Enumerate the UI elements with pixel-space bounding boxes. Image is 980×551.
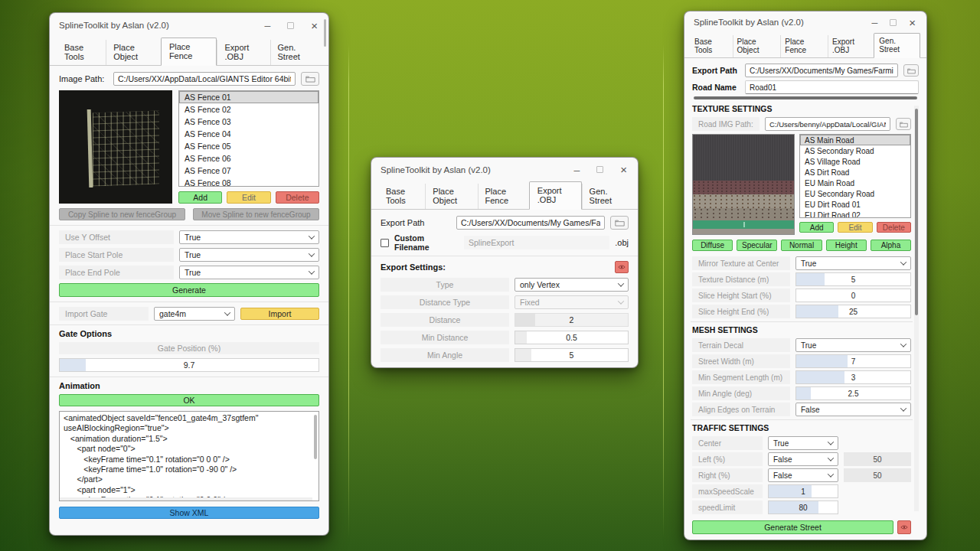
tab[interactable]: Gen. Street	[270, 40, 321, 65]
fence-list-item[interactable]: AS Fence 01	[179, 91, 318, 103]
export-path-input[interactable]	[456, 216, 605, 230]
fence-list-scrollbar[interactable]	[324, 19, 326, 47]
street-width-field[interactable]: 7	[795, 354, 911, 368]
use-y-offset-dropdown[interactable]: True	[179, 230, 319, 244]
left-percent-value-field[interactable]: 50	[844, 452, 911, 466]
alpha-map-button[interactable]: Alpha	[871, 240, 911, 251]
road-list-item[interactable]: AS Dirt Road	[800, 167, 910, 178]
tab[interactable]: Place Object	[425, 184, 477, 209]
road-list-item[interactable]: EU Dirt Road 02	[800, 210, 910, 218]
tab[interactable]: Place Object	[733, 35, 781, 57]
minimize-button[interactable]: –	[871, 17, 877, 28]
minimize-button[interactable]: –	[264, 20, 270, 31]
generate-street-button[interactable]: Generate Street	[692, 520, 893, 534]
type-dropdown[interactable]: only Vertex	[514, 278, 629, 292]
road-list-item[interactable]: AS Secondary Road	[800, 145, 910, 156]
maximize-button[interactable]	[596, 165, 603, 174]
road-name-input[interactable]	[745, 80, 919, 94]
normal-map-button[interactable]: Normal	[781, 240, 822, 251]
road-img-path-input[interactable]	[765, 117, 890, 131]
diffuse-map-button[interactable]: Diffuse	[692, 240, 733, 251]
add-fence-button[interactable]: Add	[178, 191, 222, 204]
slice-height-end-field[interactable]: 25	[795, 305, 911, 318]
fence-list-item[interactable]: AS Fence 05	[179, 140, 318, 152]
distance-field[interactable]: 2	[514, 313, 629, 327]
fence-list-item[interactable]: AS Fence 04	[179, 128, 318, 140]
tab[interactable]: Base Tools	[379, 184, 425, 209]
add-road-button[interactable]: Add	[799, 222, 834, 233]
edit-fence-button[interactable]: Edit	[227, 191, 270, 204]
center-dropdown[interactable]: True	[768, 436, 838, 450]
generate-button[interactable]: Generate	[59, 283, 319, 297]
edit-road-button[interactable]: Edit	[838, 222, 872, 233]
window-scrollbar[interactable]	[914, 106, 919, 511]
slice-height-start-field[interactable]: 0	[795, 289, 911, 302]
browse-road-img-button[interactable]	[896, 118, 911, 130]
xml-vertical-scrollbar[interactable]	[314, 415, 317, 459]
tab[interactable]: Place Fence	[780, 35, 828, 57]
road-list-item[interactable]: AS Main Road	[800, 135, 910, 145]
animation-status-button[interactable]: OK	[59, 394, 319, 406]
show-xml-button[interactable]: Show XML	[59, 507, 319, 519]
left-percent-dropdown[interactable]: False	[768, 452, 838, 466]
right-percent-value-field[interactable]: 50	[844, 468, 911, 482]
tab[interactable]: Place Fence	[161, 37, 217, 66]
gate-position-slider[interactable]: 9.7	[59, 358, 319, 372]
texture-distance-field[interactable]: 5	[795, 272, 911, 286]
align-edges-dropdown[interactable]: False	[795, 403, 911, 416]
tab[interactable]: Export .OBJ	[529, 181, 582, 210]
xml-horizontal-scrollbar[interactable]	[60, 497, 312, 500]
terrain-decal-dropdown[interactable]: True	[795, 338, 911, 352]
custom-filename-checkbox[interactable]	[381, 239, 389, 247]
tab[interactable]: Place Object	[106, 40, 161, 65]
tab[interactable]: Gen. Street	[582, 184, 630, 209]
close-button[interactable]: ×	[909, 17, 916, 28]
scrollbar-thumb[interactable]	[915, 109, 918, 315]
min-distance-field[interactable]: 0.5	[514, 331, 629, 344]
tab[interactable]: Export .OBJ	[217, 40, 270, 65]
min-angle-field[interactable]: 5	[514, 348, 629, 362]
distance-type-dropdown[interactable]: Fixed	[514, 295, 629, 309]
right-percent-dropdown[interactable]: False	[768, 468, 838, 482]
browse-export-path-button[interactable]	[610, 216, 629, 230]
import-gate-dropdown[interactable]: gate4m	[154, 307, 235, 321]
delete-road-button[interactable]: Delete	[877, 222, 911, 233]
fence-list-item[interactable]: AS Fence 03	[179, 116, 318, 128]
max-speed-scale-field[interactable]: 1	[768, 484, 838, 498]
fence-list-item[interactable]: AS Fence 06	[179, 152, 318, 165]
move-spline-button[interactable]: Move Spline to new fenceGroup	[193, 208, 319, 220]
animation-xml-box[interactable]: <animatedObject saveId="fence01_gate4m_3…	[59, 411, 319, 501]
tab[interactable]: Place Fence	[478, 184, 529, 209]
place-end-pole-dropdown[interactable]: True	[179, 266, 319, 279]
close-button[interactable]: ×	[620, 164, 627, 175]
browse-export-path-button[interactable]	[903, 64, 919, 77]
road-list-item[interactable]: EU Main Road	[800, 178, 910, 188]
tab[interactable]: Gen. Street	[874, 33, 920, 58]
import-gate-button[interactable]: Import	[240, 308, 319, 320]
tab[interactable]: Base Tools	[691, 35, 733, 57]
delete-fence-button[interactable]: Delete	[276, 191, 319, 204]
maximize-button[interactable]	[287, 21, 294, 31]
road-list-item[interactable]: AS Village Road	[800, 156, 910, 167]
toggle-visibility-button[interactable]	[615, 261, 629, 273]
close-button[interactable]: ×	[311, 20, 318, 31]
fence-list-item[interactable]: AS Fence 07	[179, 165, 318, 177]
image-path-input[interactable]	[113, 72, 296, 86]
copy-spline-button[interactable]: Copy Spline to new fenceGroup	[59, 208, 185, 220]
place-start-pole-dropdown[interactable]: True	[179, 248, 319, 262]
speed-limit-field[interactable]: 80	[768, 500, 838, 514]
export-path-input[interactable]	[745, 64, 898, 77]
min-segment-length-field[interactable]: 3	[795, 370, 911, 384]
road-list-item[interactable]: EU Dirt Road 01	[800, 199, 910, 210]
fence-list-item[interactable]: AS Fence 08	[179, 177, 318, 187]
tab[interactable]: Base Tools	[57, 40, 106, 65]
tab[interactable]: Export .OBJ	[828, 35, 874, 57]
toggle-visibility-button[interactable]	[897, 520, 911, 534]
road-list-item[interactable]: EU Secondary Road	[800, 188, 910, 199]
mirror-texture-dropdown[interactable]: True	[795, 256, 911, 270]
custom-filename-input[interactable]: SplineExport	[464, 236, 609, 249]
specular-map-button[interactable]: Specular	[737, 240, 777, 251]
min-angle-field[interactable]: 2.5	[795, 386, 911, 400]
height-map-button[interactable]: Height	[826, 240, 867, 251]
minimize-button[interactable]: –	[573, 165, 580, 175]
